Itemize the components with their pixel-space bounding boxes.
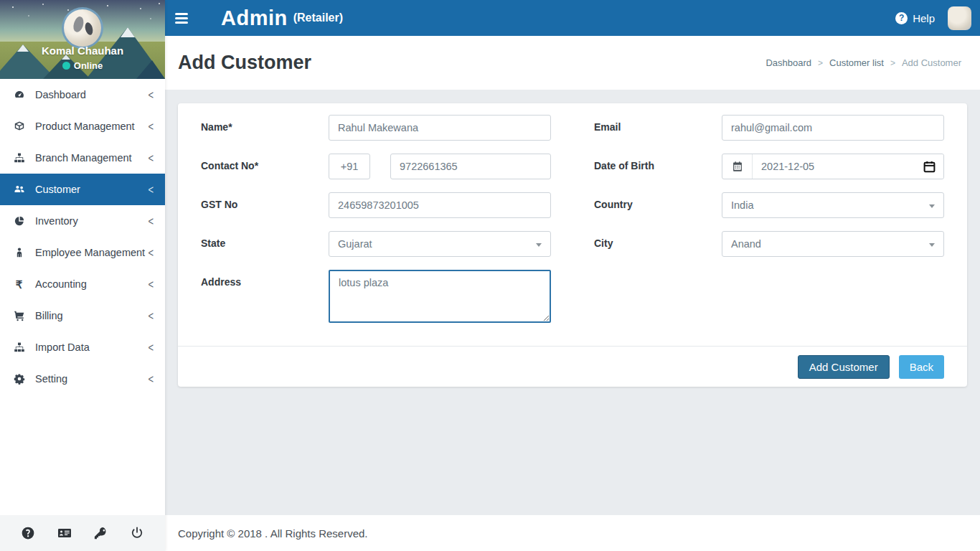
address-label: Address [201,270,329,326]
breadcrumb-separator: > [818,58,823,68]
topbar-avatar[interactable] [948,6,971,30]
country-label: Country [594,192,722,218]
sidebar-item-branch-management[interactable]: Branch Management < [0,142,165,174]
sidebar-item-product-management[interactable]: Product Management < [0,110,165,142]
sidebar-footer [0,515,165,551]
contact-input[interactable] [390,154,551,179]
content-header: Add Customer Dashboard > Customer list >… [165,36,980,90]
add-customer-form-card: Name* Contact No* GST No [178,103,967,387]
sidebar-item-label: Billing [35,310,148,321]
brand-subtitle: (Retailer) [293,11,343,24]
email-input[interactable] [722,115,944,141]
help-button[interactable]: ? Help [895,12,935,24]
caret-down-icon [929,204,935,208]
chevron-left-icon: < [148,277,154,291]
contact-label: Contact No* [201,154,329,179]
sidebar-item-employee-management[interactable]: Employee Management < [0,237,165,268]
city-select[interactable]: Anand [722,231,944,257]
sidebar-item-billing[interactable]: Billing < [0,300,165,331]
back-button[interactable]: Back [899,355,944,379]
breadcrumb: Dashboard > Customer list > Add Customer [765,57,961,68]
chevron-left-icon: < [148,245,154,260]
sidebar-item-label: Dashboard [35,89,148,100]
add-customer-button[interactable]: Add Customer [798,355,890,379]
help-label: Help [913,12,935,24]
country-select-value: India [731,199,753,211]
power-icon[interactable] [129,525,145,541]
id-card-icon[interactable] [57,525,72,541]
country-select[interactable]: India [722,192,944,218]
dob-label: Date of Birth [594,154,722,179]
topbar: Admin (Retailer) ? Help [165,0,980,36]
shopping-cart-icon [13,310,25,322]
sidebar-item-label: Setting [35,373,148,385]
sidebar-item-label: Import Data [35,342,148,353]
sidebar-item-inventory[interactable]: Inventory < [0,205,165,237]
chevron-left-icon: < [148,119,154,133]
breadcrumb-current: Add Customer [902,57,961,68]
sidebar-user-panel: Komal Chauhan Online [0,0,165,79]
gst-input[interactable] [329,192,551,218]
gst-label: GST No [201,192,329,218]
state-label: State [201,231,329,257]
date-picker-icon[interactable] [923,160,936,174]
address-textarea[interactable]: lotus plaza [329,270,551,323]
chevron-left-icon: < [148,309,154,323]
caret-down-icon [536,243,542,247]
sidebar-item-label: Inventory [35,215,148,227]
country-code-input[interactable] [329,154,370,179]
help-circle-icon[interactable] [20,525,36,541]
dashboard-icon [13,89,25,101]
sidebar-item-label: Employee Management [35,247,148,258]
state-select[interactable]: Gujarat [329,231,551,257]
user-name: Komal Chauhan [0,44,165,57]
gear-icon [13,373,25,385]
state-select-value: Gujarat [338,238,372,250]
sidebar-item-label: Branch Management [35,152,148,164]
sidebar-item-label: Product Management [35,121,148,132]
chevron-left-icon: < [148,88,154,102]
question-circle-icon: ? [895,12,908,24]
calendar-icon [722,154,753,179]
sidebar-item-accounting[interactable]: ₹ Accounting < [0,268,165,300]
user-avatar[interactable] [62,7,103,49]
name-input[interactable] [329,115,551,141]
chevron-left-icon: < [148,182,154,197]
sidebar-item-setting[interactable]: Setting < [0,363,165,395]
city-select-value: Anand [731,238,761,250]
cube-icon [13,121,25,133]
sidebar: Komal Chauhan Online Dashboard < Product… [0,0,165,551]
city-label: City [594,231,722,257]
brand-title: Admin [221,6,288,30]
page-title: Add Customer [178,52,311,74]
sitemap-icon [13,342,25,354]
user-status: Online [0,60,165,71]
chevron-left-icon: < [148,372,154,386]
chevron-left-icon: < [148,151,154,165]
hamburger-menu-icon[interactable] [175,11,191,26]
name-label: Name* [201,115,329,141]
breadcrumb-customer-list[interactable]: Customer list [829,57,884,68]
sidebar-item-dashboard[interactable]: Dashboard < [0,79,165,110]
dob-input[interactable] [753,154,943,179]
email-label: Email [594,115,722,141]
sidebar-item-customer[interactable]: Customer < [0,174,165,205]
breadcrumb-dashboard[interactable]: Dashboard [765,57,811,68]
sidebar-item-label: Customer [35,184,148,195]
breadcrumb-separator: > [890,58,895,68]
rupee-icon: ₹ [13,278,25,291]
main-content: Name* Contact No* GST No [165,90,980,515]
key-icon[interactable] [93,525,108,541]
online-status-icon [62,62,70,70]
caret-down-icon [929,243,935,247]
sidebar-menu: Dashboard < Product Management < Branch … [0,79,165,515]
chevron-left-icon: < [148,340,154,354]
sidebar-item-label: Accounting [35,278,148,290]
copyright-text: Copyright © 2018 . All Rights Reserved. [178,527,368,540]
sitemap-icon [13,152,25,164]
sidebar-item-import-data[interactable]: Import Data < [0,331,165,363]
footer: Copyright © 2018 . All Rights Reserved. [165,515,980,551]
pie-chart-icon [13,215,25,227]
users-icon [13,184,25,196]
person-icon [13,247,25,259]
